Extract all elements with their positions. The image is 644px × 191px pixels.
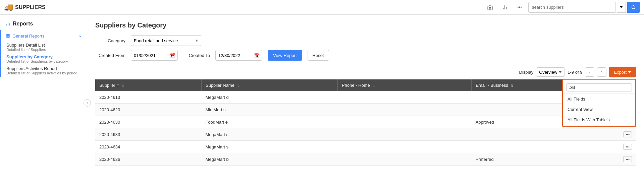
cell-actions: ••• bbox=[619, 141, 636, 153]
svg-marker-14 bbox=[628, 71, 631, 73]
col-phone[interactable]: Phone - Home ⇅ bbox=[338, 79, 472, 91]
app-logo: 🚚 SUPPLIERS bbox=[4, 3, 46, 12]
detail-list-sub: Detailed list of Suppliers bbox=[6, 48, 82, 52]
app-title: SUPPLIERS bbox=[15, 4, 46, 10]
xls-input-row bbox=[563, 81, 635, 94]
by-category-title: Suppliers by Category bbox=[6, 54, 82, 59]
table-row: 2020-4633 MegaMart s ••• bbox=[95, 128, 636, 141]
category-label: Category bbox=[95, 38, 125, 43]
export-current-view[interactable]: Current View bbox=[563, 104, 635, 115]
col-phone-label: Phone - Home bbox=[342, 83, 370, 88]
sidebar-item-activities[interactable]: Suppliers Activities Report Detailed lis… bbox=[1, 64, 87, 76]
created-from-input[interactable] bbox=[131, 50, 178, 61]
more-options-icon[interactable]: ••• bbox=[514, 1, 526, 13]
cell-supplier-name: MegaMart s bbox=[201, 141, 337, 153]
next-page-button[interactable]: › bbox=[597, 67, 606, 77]
search-input[interactable] bbox=[528, 2, 615, 13]
export-all-fields[interactable]: All Fields bbox=[563, 94, 635, 104]
by-category-sub: Detailed list of Supplierss by category bbox=[6, 59, 82, 63]
sidebar-collapse-button[interactable]: ‹ bbox=[84, 99, 91, 107]
main-layout: Reports General Reports Suppliers Detail… bbox=[0, 15, 644, 191]
col-email-label: Email - Business bbox=[476, 83, 508, 88]
svg-rect-9 bbox=[6, 34, 8, 36]
col-supplier-num[interactable]: Supplier # ⇅ bbox=[95, 79, 201, 91]
cell-phone bbox=[338, 104, 472, 116]
table-header-row: Supplier # ⇅ Supplier Name ⇅ Phone - Hom… bbox=[95, 79, 636, 91]
top-nav: 🚚 SUPPLIERS ••• bbox=[0, 0, 644, 15]
sidebar-item-by-category[interactable]: Suppliers by Category Detailed list of S… bbox=[1, 52, 87, 64]
cell-supplier-name: MegaMart b bbox=[201, 153, 337, 166]
search-button[interactable] bbox=[627, 2, 640, 13]
chart-icon[interactable] bbox=[499, 1, 511, 13]
suppliers-table: Supplier # ⇅ Supplier Name ⇅ Phone - Hom… bbox=[95, 79, 636, 166]
home-icon[interactable] bbox=[484, 1, 496, 13]
cell-supplier-name: MiniMart s bbox=[201, 104, 337, 116]
cell-email: Preferred bbox=[472, 153, 620, 166]
col-supplier-name[interactable]: Supplier Name ⇅ bbox=[201, 79, 337, 91]
filter-row-dates: Created From 📅 Created To 📅 View Report … bbox=[95, 50, 636, 61]
prev-page-button[interactable]: ‹ bbox=[585, 67, 594, 77]
detail-list-title: Suppliers Detail List bbox=[6, 43, 82, 48]
export-button[interactable]: Export bbox=[609, 67, 636, 77]
row-action-button[interactable]: ••• bbox=[623, 131, 632, 137]
search-container bbox=[528, 2, 640, 13]
activities-sub: Detailed list of Suppliers activities by… bbox=[6, 71, 82, 75]
filter-row-category: Category Food retail and service ▼ bbox=[95, 35, 636, 46]
sidebar-reports-label: Reports bbox=[13, 21, 33, 27]
cell-phone bbox=[338, 141, 472, 153]
cell-supplier-id: 2020-4633 bbox=[95, 128, 201, 141]
sidebar-title: Reports bbox=[0, 19, 87, 30]
sort-arrows-icon: ⇅ bbox=[237, 84, 240, 87]
display-dropdown[interactable]: Overview bbox=[536, 67, 565, 77]
more-dots: ••• bbox=[517, 5, 522, 10]
export-dropdown-menu: All Fields Current View All Fields With … bbox=[562, 79, 636, 127]
reset-button[interactable]: Reset bbox=[308, 50, 329, 61]
cell-supplier-id: 2020-4620 bbox=[95, 104, 201, 116]
created-from-wrapper: 📅 bbox=[131, 50, 178, 61]
created-from-label: Created From bbox=[95, 53, 125, 58]
created-to-wrapper: 📅 bbox=[215, 50, 262, 61]
export-container: Export All Fields Current View All Field… bbox=[609, 67, 636, 77]
cell-actions: ••• bbox=[619, 153, 636, 166]
general-reports-label: General Reports bbox=[12, 34, 44, 39]
svg-line-5 bbox=[635, 8, 636, 9]
logo-icon: 🚚 bbox=[4, 3, 13, 12]
cell-email bbox=[472, 141, 620, 153]
sidebar-section-general: General Reports Suppliers Detail List De… bbox=[0, 30, 87, 77]
row-action-button[interactable]: ••• bbox=[623, 156, 632, 162]
category-select[interactable]: Food retail and service bbox=[131, 35, 201, 46]
created-to-label: Created To bbox=[183, 53, 210, 58]
svg-marker-3 bbox=[620, 6, 623, 8]
export-label: Export bbox=[614, 70, 627, 75]
export-caret-icon bbox=[628, 70, 631, 74]
cell-supplier-id: 2020-4630 bbox=[95, 116, 201, 128]
page-info: 1-9 of 9 bbox=[568, 70, 582, 75]
cell-phone bbox=[338, 128, 472, 141]
sort-arrows-icon: ⇅ bbox=[511, 84, 514, 87]
cell-supplier-name: MegaMart d bbox=[201, 91, 337, 104]
row-action-button[interactable]: ••• bbox=[623, 144, 632, 150]
cell-supplier-id: 2020-4613 bbox=[95, 91, 201, 104]
created-to-input[interactable] bbox=[215, 50, 262, 61]
sidebar-item-detail-list[interactable]: Suppliers Detail List Detailed list of S… bbox=[1, 41, 87, 52]
cell-phone bbox=[338, 116, 472, 128]
search-dropdown-button[interactable] bbox=[617, 2, 626, 13]
table-row: 2020-4620 MiniMart s ••• bbox=[95, 104, 636, 116]
activities-title: Suppliers Activities Report bbox=[6, 66, 82, 71]
view-report-button[interactable]: View Report bbox=[268, 50, 302, 61]
cell-supplier-name: MegaMart s bbox=[201, 128, 337, 141]
sort-arrows-icon: ⇅ bbox=[121, 84, 124, 87]
cell-actions: ••• bbox=[619, 128, 636, 141]
table-row: 2020-4613 MegaMart d ••• bbox=[95, 91, 636, 104]
export-all-fields-with-tables[interactable]: All Fields With Table's bbox=[563, 115, 635, 125]
display-caret-icon bbox=[558, 70, 562, 74]
general-reports-header[interactable]: General Reports bbox=[1, 31, 87, 41]
svg-rect-11 bbox=[6, 37, 8, 38]
col-supplier-name-label: Supplier Name bbox=[206, 83, 234, 88]
table-row: 2020-4630 FoodMart e Approved ••• bbox=[95, 116, 636, 128]
category-select-wrapper: Food retail and service ▼ bbox=[131, 35, 201, 46]
col-supplier-num-label: Supplier # bbox=[99, 83, 119, 88]
table-controls: Display Overview 1-9 of 9 ‹ › Export All bbox=[95, 67, 636, 77]
display-value: Overview bbox=[539, 70, 557, 75]
xls-filename-input[interactable] bbox=[566, 83, 632, 91]
